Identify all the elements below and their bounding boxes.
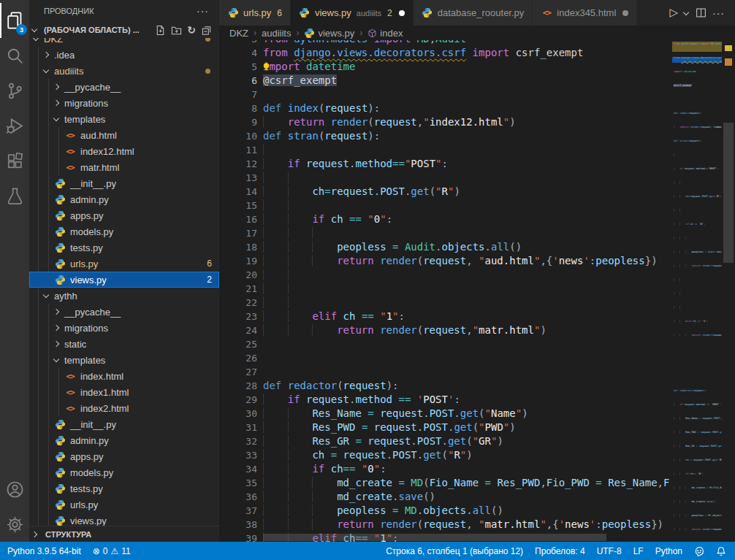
collapse-all-button[interactable]: [201, 24, 212, 36]
tree-item-admin.py[interactable]: admin.py: [29, 432, 219, 448]
code-line-20[interactable]: [674, 277, 722, 291]
code-line-27[interactable]: [263, 365, 669, 379]
horizontal-scrollbar-thumb[interactable]: [263, 534, 606, 541]
code-line-20[interactable]: [263, 268, 669, 282]
code-line-9[interactable]: return render(request,"index12.html"): [263, 115, 669, 129]
extensions-activity-icon[interactable]: [0, 143, 29, 178]
tree-item-aud.html[interactable]: <>aud.html: [29, 127, 219, 143]
tree-item-admin.py[interactable]: admin.py: [29, 191, 219, 207]
code-line-30[interactable]: Res_Name = request.POST.get("Name"): [263, 407, 669, 421]
language-mode-status[interactable]: Python: [655, 546, 682, 556]
code-line-6[interactable]: @csrf_exempt: [674, 83, 722, 97]
vertical-scrollbar[interactable]: [722, 40, 735, 542]
code-line-11[interactable]: [263, 143, 669, 157]
code-line-12[interactable]: if request.method=="POST":: [263, 157, 669, 171]
code-line-18[interactable]: peopless = Audit.objects.all(): [263, 240, 669, 254]
tab-urls.py[interactable]: urls.py6: [219, 0, 291, 26]
unsaved-dot-icon[interactable]: [399, 10, 405, 16]
tree-item--pycache-[interactable]: __pycache__: [29, 79, 219, 95]
eol-status[interactable]: LF: [633, 546, 644, 556]
code-line-15[interactable]: [263, 199, 669, 212]
code-line-32[interactable]: Res_GR = request.POST.get("GR"): [674, 444, 722, 458]
code-line-31[interactable]: Res_PWD = request.POST.get("PWD"): [674, 430, 722, 444]
code-line-36[interactable]: md_create.save(): [674, 499, 722, 513]
code-line-11[interactable]: [674, 153, 722, 166]
code-line-37[interactable]: peopless = MD.objects.all(): [263, 504, 669, 518]
code-line-10[interactable]: def stran(request):: [263, 129, 669, 143]
code-line-24[interactable]: return render(request,"matr.html"): [263, 323, 669, 337]
code-line-21[interactable]: [674, 291, 722, 305]
code-line-15[interactable]: [674, 208, 722, 222]
code-line-23[interactable]: elif ch == "1":: [263, 310, 669, 323]
code-line-22[interactable]: [263, 296, 669, 310]
encoding-status[interactable]: UTF-8: [597, 546, 622, 556]
code-line-5[interactable]: import datetime: [674, 69, 722, 83]
code-line-10[interactable]: def stran(request):: [674, 139, 722, 153]
vertical-scrollbar-thumb[interactable]: [723, 123, 734, 263]
workspace-section-header[interactable]: (РАБОЧАЯ ОБЛАСТЬ) ... ↻: [29, 22, 219, 38]
code-line-23[interactable]: elif ch == "1":: [674, 319, 722, 333]
unsaved-dot-icon[interactable]: [622, 10, 628, 16]
notifications-button[interactable]: [716, 546, 726, 556]
search-activity-icon[interactable]: [0, 38, 29, 73]
code-line-38[interactable]: return render(request, "matr.html",{'new…: [674, 527, 722, 541]
tree-item-index2.html[interactable]: <>index2.html: [29, 400, 219, 416]
code-line-13[interactable]: [263, 171, 669, 185]
code-line-5[interactable]: import datetime: [263, 60, 669, 74]
minimap[interactable]: from aythh.models import MD,Auditfrom dj…: [672, 40, 722, 542]
tab-views.py[interactable]: views.pyaudiiits2: [291, 0, 414, 26]
code-line-19[interactable]: return render(request, "aud.html",{'news…: [674, 264, 722, 277]
tree-item-urls.py[interactable]: urls.py: [29, 496, 219, 513]
problems-status[interactable]: ⊗ 0 ⚠ 11: [93, 546, 131, 556]
code-line-32[interactable]: Res_GR = request.POST.get("GR"): [263, 434, 669, 448]
tree-item-.idea[interactable]: .idea: [29, 47, 219, 63]
cursor-position-status[interactable]: Строка 6, столбец 1 (выбрано 12): [386, 546, 523, 556]
settings-activity-icon[interactable]: [0, 507, 29, 542]
account-activity-icon[interactable]: [0, 472, 29, 507]
tree-item-apps.py[interactable]: apps.py: [29, 207, 219, 223]
code-line-18[interactable]: peopless = Audit.objects.all(): [674, 250, 722, 264]
run-dropdown-button[interactable]: [682, 10, 691, 16]
tree-item-views.py[interactable]: views.py2: [29, 272, 219, 288]
tree-item-models.py[interactable]: models.py: [29, 223, 219, 239]
feedback-button[interactable]: [694, 546, 704, 556]
code-line-25[interactable]: [674, 347, 722, 361]
explorer-activity-icon[interactable]: 3: [0, 3, 29, 38]
tree-item-migrations[interactable]: migrations: [29, 320, 219, 336]
code-line-28[interactable]: def redactor(request):: [263, 379, 669, 393]
code-line-3[interactable]: from aythh.models import MD,Audit: [263, 40, 669, 46]
code-line-33[interactable]: ch = request.POST.get("R"): [674, 458, 722, 472]
indentation-status[interactable]: Пробелов: 4: [535, 546, 585, 556]
breadcrumb-item-viewspy[interactable]: views.py: [304, 28, 354, 39]
breadcrumb-item-index-symbol[interactable]: index: [368, 28, 403, 39]
code-line-27[interactable]: [674, 375, 722, 388]
tree-item-static[interactable]: static: [29, 336, 219, 352]
tree-item-migrations[interactable]: migrations: [29, 95, 219, 111]
code-line-29[interactable]: if request.method == 'POST':: [263, 393, 669, 407]
code-line-31[interactable]: Res_PWD = request.POST.get("PWD"): [263, 421, 669, 434]
tree-item-matr.html[interactable]: <>matr.html: [29, 159, 219, 175]
tree-item-views.py[interactable]: views.py: [29, 513, 219, 526]
code-line-14[interactable]: ch=request.POST.get("R"): [674, 194, 722, 208]
tree-item--init-.py[interactable]: __init__.py: [29, 416, 219, 432]
code-line-17[interactable]: [263, 226, 669, 240]
tree-item--init-.py[interactable]: __init__.py: [29, 175, 219, 191]
tree-item-dkz[interactable]: DKZ: [29, 38, 219, 47]
code-line-4[interactable]: from django.views.decorators.csrf import…: [674, 55, 722, 69]
code-line-28[interactable]: def redactor(request):: [674, 388, 722, 402]
code-line-24[interactable]: return render(request,"matr.html"): [674, 333, 722, 347]
tab-database-roouter.py[interactable]: database_roouter.py: [414, 0, 533, 26]
new-file-button[interactable]: [155, 24, 166, 36]
run-debug-activity-icon[interactable]: [0, 108, 29, 143]
code-line-16[interactable]: if ch == "0":: [263, 212, 669, 226]
code-line-7[interactable]: [263, 88, 669, 101]
code-pane[interactable]: from aythh.models import MD,Auditfrom dj…: [263, 40, 669, 542]
more-actions-button[interactable]: ···: [711, 6, 726, 20]
code-line-17[interactable]: [674, 236, 722, 250]
tree-item-tests.py[interactable]: tests.py: [29, 239, 219, 256]
code-line-25[interactable]: [263, 337, 669, 351]
code-line-34[interactable]: if ch== "0":: [674, 472, 722, 486]
code-line-26[interactable]: [263, 351, 669, 365]
breadcrumb-item-audiiits[interactable]: audiiits: [262, 28, 291, 39]
tree-item-urls.py[interactable]: urls.py6: [29, 256, 219, 272]
